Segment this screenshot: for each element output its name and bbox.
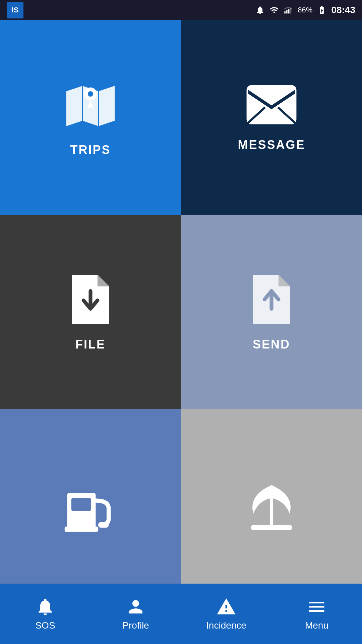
svg-rect-11 bbox=[98, 522, 109, 527]
status-bar: IS 86% 08:43 bbox=[0, 0, 362, 20]
hamburger-icon bbox=[307, 597, 327, 617]
nav-profile[interactable]: Profile bbox=[102, 597, 169, 631]
trips-label: TRIPS bbox=[70, 143, 111, 157]
nav-incidence[interactable]: Incidence bbox=[193, 597, 260, 631]
message-tile[interactable]: MESSAGE bbox=[181, 20, 362, 215]
battery-icon bbox=[317, 5, 326, 15]
incidence-label: Incidence bbox=[206, 620, 246, 631]
svg-rect-1 bbox=[286, 10, 288, 14]
send-label: SEND bbox=[253, 337, 290, 352]
fuel-icon bbox=[62, 477, 119, 536]
svg-rect-0 bbox=[285, 11, 286, 14]
app-icon: IS bbox=[7, 2, 23, 18]
signal-icon bbox=[284, 5, 293, 15]
svg-rect-9 bbox=[71, 498, 91, 511]
menu-label: Menu bbox=[305, 620, 328, 631]
svg-point-5 bbox=[88, 91, 93, 97]
file-tile[interactable]: FILE bbox=[0, 215, 181, 409]
vacation-tile[interactable] bbox=[181, 409, 362, 604]
status-bar-right: 86% 08:43 bbox=[255, 5, 355, 15]
status-time: 08:43 bbox=[331, 5, 355, 15]
bell-icon bbox=[35, 597, 55, 617]
beach-icon bbox=[243, 479, 300, 534]
send-tile[interactable]: SEND bbox=[181, 215, 362, 409]
alarm-icon bbox=[255, 5, 265, 15]
wifi-icon bbox=[269, 5, 279, 15]
svg-rect-13 bbox=[251, 525, 292, 530]
file-download-icon bbox=[67, 272, 114, 327]
main-grid: TRIPS MESSAGE FILE bbox=[0, 20, 362, 604]
battery-level: 86% bbox=[298, 6, 312, 14]
message-label: MESSAGE bbox=[238, 138, 305, 152]
alert-triangle-icon bbox=[216, 597, 236, 617]
svg-rect-2 bbox=[288, 9, 290, 14]
bottom-nav: SOS Profile Incidence Menu bbox=[0, 584, 362, 644]
file-upload-icon bbox=[248, 272, 295, 327]
profile-label: Profile bbox=[122, 620, 149, 631]
trips-tile[interactable]: TRIPS bbox=[0, 20, 181, 215]
map-pin-icon bbox=[64, 78, 117, 133]
file-label: FILE bbox=[75, 337, 106, 352]
sos-label: SOS bbox=[35, 620, 55, 631]
person-icon bbox=[126, 597, 146, 617]
svg-rect-10 bbox=[65, 527, 98, 532]
nav-sos[interactable]: SOS bbox=[12, 597, 79, 631]
status-bar-left: IS bbox=[7, 2, 23, 18]
nav-menu[interactable]: Menu bbox=[283, 597, 350, 631]
envelope-icon bbox=[245, 83, 298, 128]
svg-rect-3 bbox=[290, 8, 292, 14]
fuel-tile[interactable] bbox=[0, 409, 181, 604]
